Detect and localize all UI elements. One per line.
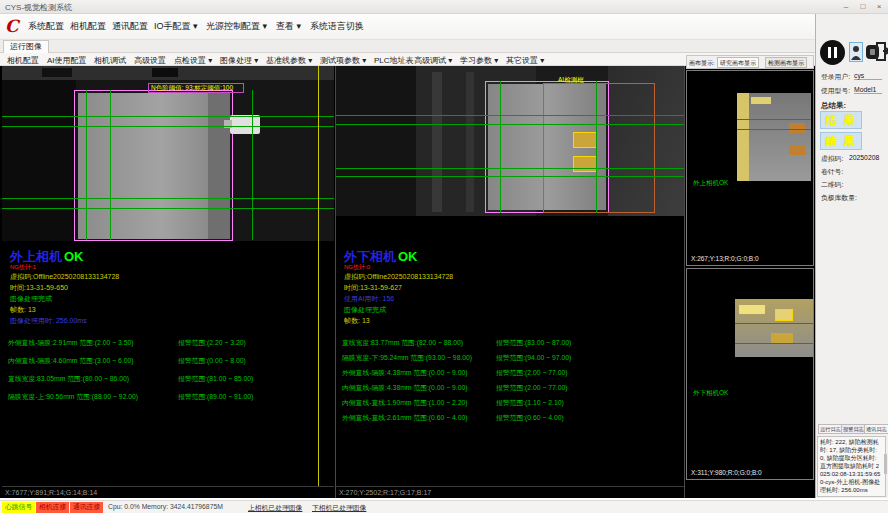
tool-plc-address[interactable]: PLC地址表 bbox=[374, 55, 414, 66]
tool-camera-debug[interactable]: 相机调试 bbox=[94, 55, 126, 66]
gold-contact bbox=[573, 156, 597, 172]
menu-camera-config[interactable]: 相机配置 bbox=[70, 20, 106, 33]
menu-light-config[interactable]: 光源控制配置 ▾ bbox=[206, 20, 267, 33]
machine-stripe bbox=[466, 72, 474, 212]
camera-top-ng-count: NG统计:1 bbox=[10, 263, 36, 272]
measure-line bbox=[2, 208, 334, 209]
thumbnail-bottom-coords: X:311;Y:980;R:0;G:0;B:0 bbox=[691, 469, 762, 476]
camera-top-name: 外上相机 bbox=[10, 249, 62, 264]
pause-icon bbox=[834, 47, 837, 58]
tab-alarm-log[interactable]: 报警日志 bbox=[841, 424, 866, 434]
user-icon bbox=[850, 44, 862, 62]
tool-learning-params[interactable]: 学习参数 ▾ bbox=[460, 55, 498, 66]
tool-advanced-debug[interactable]: 高级调试 ▾ bbox=[414, 55, 452, 66]
pause-button[interactable] bbox=[820, 40, 845, 65]
camera-bottom-time: 时间:13-31-59-627 bbox=[344, 283, 402, 293]
measurement-row: 直线宽度:83.05mm 范围:(80.00 ~ 86.00) bbox=[8, 374, 129, 384]
maximize-button[interactable]: □ bbox=[855, 1, 871, 13]
tool-camera-config[interactable]: 相机配置 bbox=[7, 55, 39, 66]
tab-comm-log[interactable]: 通讯日志 bbox=[864, 424, 888, 434]
comm-connection-badge: 通讯连接 bbox=[70, 502, 103, 513]
tab-run-image[interactable]: 运行图像 bbox=[3, 40, 49, 53]
measurement-row: 内侧直线-直线:1.90mm 范围:(1.00 ~ 2.20) bbox=[342, 398, 468, 408]
measurement-row: 内侧直线-隔膜:4.60mm 范围:(3.00 ~ 6.00) bbox=[8, 356, 134, 366]
camera-bottom-name: 外下相机 bbox=[344, 249, 396, 264]
camera-bottom-frames: 帧数: 13 bbox=[344, 316, 370, 326]
camera-bottom-barcode: 虚拟码:Offline20250208133134728 bbox=[344, 272, 453, 282]
canvas-display-header: 画布显示: 研究画布显示 检测画布显示 bbox=[686, 55, 814, 69]
dark-left-region bbox=[2, 80, 76, 241]
right-sidebar: 登录用户: cys 使用型号: Model1 总结果: 结 果 结 果 虚拟码:… bbox=[815, 14, 888, 498]
menu-view[interactable]: 查看 ▾ bbox=[276, 20, 301, 33]
bright-strip bbox=[737, 93, 749, 181]
user-login-button[interactable] bbox=[849, 42, 863, 62]
log-scrollbar[interactable] bbox=[884, 454, 887, 474]
measure-line bbox=[336, 115, 684, 116]
tool-baseline-params[interactable]: 基准线参数 ▾ bbox=[266, 55, 312, 66]
measure-line bbox=[2, 126, 334, 127]
app-logo-icon: C bbox=[5, 16, 23, 37]
bottom-camera-image-link[interactable]: 下相机已处理图像 bbox=[312, 503, 366, 513]
camera-top-image[interactable]: N色阶阈值: 93;标定阈值:100 bbox=[2, 66, 334, 241]
camera-bottom-panel: AI检测框 外下相机OK NG统计:0 虚拟码:Offline202502081… bbox=[336, 66, 684, 498]
status-bar: 心跳信号 相机连接 通讯连接 Cpu: 0.0% Memory: 3424.41… bbox=[0, 500, 888, 513]
thumbnail-top-coords: X:267;Y:13;R:0;G:0;B:0 bbox=[691, 255, 759, 262]
panel-divider bbox=[684, 66, 685, 498]
menu-comm-config[interactable]: 通讯配置 bbox=[112, 20, 148, 33]
camera-bottom-done: 图像处理完成 bbox=[344, 305, 386, 315]
measure-line bbox=[737, 119, 811, 120]
thumbnail-top-camera[interactable]: 外上相机OK X:267;Y:13;R:0;G:0;B:0 bbox=[686, 70, 814, 266]
thumbnail-bottom-camera[interactable]: 外下相机OK X:311;Y:980;R:0;G:0;B:0 bbox=[686, 268, 814, 480]
tool-spot-check[interactable]: 点检设置 ▾ bbox=[174, 55, 212, 66]
close-button[interactable]: × bbox=[871, 1, 887, 13]
camera-top-done: 图像处理完成 bbox=[10, 294, 52, 304]
measurement-alarm: 报警范围:(2.00 ~ 77.00) bbox=[496, 383, 568, 393]
roi-pink-box bbox=[74, 90, 233, 241]
ai-detect-box bbox=[543, 83, 655, 213]
tab-research-canvas[interactable]: 研究画布显示 bbox=[717, 57, 759, 68]
thumbnail-top-ok: 外上相机OK bbox=[693, 179, 728, 188]
exit-icon bbox=[876, 42, 888, 61]
tab-run-log[interactable]: 运行日志 bbox=[818, 424, 843, 434]
tab-detect-canvas[interactable]: 检测画布显示 bbox=[765, 57, 807, 68]
camera-top-barcode: 虚拟码:Offline20250208133134728 bbox=[10, 272, 119, 282]
measure-line bbox=[336, 176, 684, 177]
measure-line bbox=[252, 90, 253, 240]
camera-bottom-image[interactable]: AI检测框 bbox=[336, 66, 684, 216]
camera-top-coords: X:7677;Y:891;R:14;G:14;B:14 bbox=[2, 486, 334, 498]
login-user-value[interactable]: cys bbox=[854, 72, 882, 80]
measurement-row: 隔膜宽度-下:95.24mm 范围:(93.00 ~ 98.00) bbox=[342, 353, 472, 363]
window-title: CYS-视觉检测系统 bbox=[5, 2, 72, 13]
measurement-row: 外侧直线-直线:2.61mm 范围:(0.60 ~ 4.00) bbox=[342, 413, 468, 423]
measurement-row: 直线宽度:83.77mm 范围:(82.00 ~ 88.00) bbox=[342, 338, 463, 348]
measurement-row: 隔膜宽度-上:90.56mm 范围:(88.00 ~ 92.00) bbox=[8, 392, 138, 402]
pause-icon bbox=[828, 47, 831, 58]
tool-test-params[interactable]: 测试项参数 ▾ bbox=[320, 55, 366, 66]
top-camera-image-link[interactable]: 上相机已处理图像 bbox=[248, 503, 302, 513]
tool-other-settings[interactable]: 其它设置 ▾ bbox=[506, 55, 544, 66]
qr-code-label: 二维码: bbox=[821, 180, 843, 190]
menu-language-switch[interactable]: 系统语言切换 bbox=[310, 20, 364, 33]
measure-line bbox=[735, 343, 813, 344]
exit-button[interactable] bbox=[876, 42, 888, 61]
camera-bottom-ng-count: NG统计:0 bbox=[344, 263, 370, 272]
log-text-area[interactable]: 耗时: 222, 缺陷检测耗时: 17, 缺陷分类耗时: 0, 缺陷提取分区耗时… bbox=[817, 436, 886, 497]
vertical-marker-line bbox=[318, 66, 319, 486]
machine-slot bbox=[152, 68, 178, 77]
tab-strip: 运行图像 bbox=[0, 40, 888, 53]
measure-line bbox=[500, 81, 501, 213]
tool-ai-config[interactable]: AI使用配置 bbox=[47, 55, 87, 66]
model-value[interactable]: Model1 bbox=[854, 86, 882, 94]
thumbnail-top-image bbox=[737, 93, 811, 181]
menu-system-config[interactable]: 系统配置 bbox=[28, 20, 64, 33]
tool-advanced-settings[interactable]: 高级设置 bbox=[134, 55, 166, 66]
thumbnail-bottom-ok: 外下相机OK bbox=[693, 389, 728, 398]
highlight-mark bbox=[789, 145, 805, 155]
total-result-label: 总结果: bbox=[821, 101, 846, 111]
menu-io-config[interactable]: IO手配置 ▾ bbox=[154, 20, 198, 33]
highlight-mark bbox=[789, 123, 805, 133]
highlight-mark bbox=[775, 309, 793, 321]
minimize-button[interactable]: – bbox=[838, 1, 854, 13]
tool-image-processing[interactable]: 图像处理 ▾ bbox=[220, 55, 258, 66]
heartbeat-status-badge: 心跳信号 bbox=[2, 502, 35, 513]
